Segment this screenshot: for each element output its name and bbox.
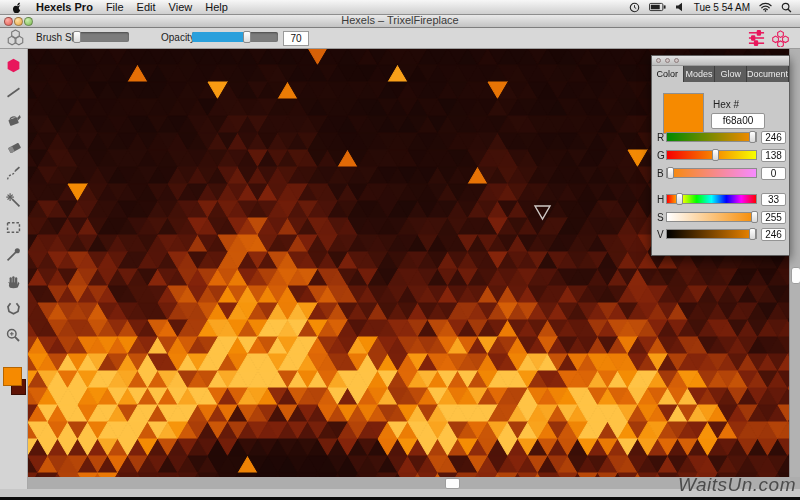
line-tool[interactable] <box>2 79 26 106</box>
fill-bucket-tool[interactable] <box>2 106 26 133</box>
magic-wand-tool[interactable] <box>2 187 26 214</box>
color-swatches <box>0 365 28 405</box>
slider-thumb-s[interactable] <box>751 211 758 223</box>
slider-row-v: V 246 <box>652 228 791 241</box>
color-panel-title-bar[interactable] <box>652 56 789 66</box>
adjustment-sliders-icon[interactable] <box>747 29 766 47</box>
color-panel-window[interactable]: Color Modes Glow Document Hex # f68a00 R… <box>651 55 790 256</box>
window-title-bar[interactable]: Hexels – TrixelFireplace <box>0 14 800 28</box>
slider-value-g[interactable]: 138 <box>761 149 786 162</box>
slider-thumb-g[interactable] <box>712 149 719 161</box>
zoom-tool[interactable] <box>2 322 26 349</box>
menu-edit[interactable]: Edit <box>137 1 156 13</box>
hexel-brush-tool[interactable] <box>2 52 26 79</box>
current-color-swatch[interactable] <box>663 93 704 134</box>
opacity-slider-fill <box>192 32 247 42</box>
slider-track-b[interactable] <box>666 168 757 178</box>
menu-bar: Hexels Pro File Edit View Help Tue 5 54 … <box>0 0 800 15</box>
clock-icon[interactable] <box>629 2 640 13</box>
app-toolbar: Brush Size Opacity 70 <box>0 27 800 49</box>
eyedropper-tool[interactable] <box>2 241 26 268</box>
marquee-select-tool[interactable] <box>2 214 26 241</box>
window-title: Hexels – TrixelFireplace <box>0 14 800 27</box>
slider-row-s: S 255 <box>652 211 791 224</box>
hex-grid-icon[interactable] <box>771 29 790 47</box>
slider-value-h[interactable]: 33 <box>761 193 786 206</box>
opacity-slider[interactable] <box>192 32 278 42</box>
active-app-name[interactable]: Hexels Pro <box>36 1 93 13</box>
pan-hand-tool[interactable] <box>2 268 26 295</box>
opacity-value-field[interactable]: 70 <box>283 31 309 46</box>
hexels-logo-icon <box>5 28 26 48</box>
vertical-scrollbar[interactable] <box>789 48 800 477</box>
slider-thumb-v[interactable] <box>749 228 756 240</box>
menu-clock-text[interactable]: Tue 5 54 AM <box>694 2 750 13</box>
slider-row-b: B 0 <box>652 167 791 180</box>
slider-label-h: H <box>657 194 664 205</box>
opacity-slider-thumb[interactable] <box>243 31 251 43</box>
slider-label-r: R <box>657 132 664 143</box>
window-minimize-button[interactable] <box>14 17 23 26</box>
slider-track-h[interactable] <box>666 194 757 204</box>
panel-close-button[interactable] <box>656 58 661 63</box>
wifi-icon[interactable] <box>759 2 772 12</box>
slider-row-g: G 138 <box>652 149 791 162</box>
panel-minimize-button[interactable] <box>665 58 670 63</box>
vertical-scrollbar-thumb[interactable] <box>791 267 800 284</box>
curve-pen-tool[interactable] <box>2 160 26 187</box>
panel-zoom-button[interactable] <box>674 58 679 63</box>
watermark-text: WaitsUn.com <box>678 474 796 496</box>
brush-size-slider[interactable] <box>72 32 129 42</box>
brush-size-slider-thumb[interactable] <box>73 31 81 43</box>
menu-file[interactable]: File <box>106 1 124 13</box>
slider-value-v[interactable]: 246 <box>761 228 786 241</box>
slider-label-b: B <box>657 168 664 179</box>
slider-thumb-r[interactable] <box>749 131 756 143</box>
slider-track-v[interactable] <box>666 229 757 239</box>
battery-icon[interactable] <box>649 2 666 12</box>
brush-cursor-triangle <box>533 204 552 222</box>
slider-value-s[interactable]: 255 <box>761 211 786 224</box>
slider-track-g[interactable] <box>666 150 757 160</box>
opacity-label: Opacity <box>161 32 195 43</box>
menu-view[interactable]: View <box>169 1 193 13</box>
tab-document[interactable]: Document <box>747 66 789 82</box>
spotlight-search-icon[interactable] <box>781 2 792 13</box>
slider-track-s[interactable] <box>666 212 757 222</box>
volume-icon[interactable] <box>675 2 685 12</box>
window-close-button[interactable] <box>4 17 13 26</box>
slider-thumb-h[interactable] <box>676 193 683 205</box>
slider-row-h: H 33 <box>652 193 791 206</box>
window-zoom-button[interactable] <box>24 17 33 26</box>
tab-modes[interactable]: Modes <box>684 66 716 82</box>
rotate-canvas-tool[interactable] <box>2 295 26 322</box>
tool-sidebar <box>0 48 28 489</box>
slider-value-b[interactable]: 0 <box>761 167 786 180</box>
slider-value-r[interactable]: 246 <box>761 131 786 144</box>
color-panel-tabs: Color Modes Glow Document <box>652 66 789 82</box>
slider-row-r: R 246 <box>652 131 791 144</box>
apple-menu-icon[interactable] <box>12 1 23 13</box>
eraser-tool[interactable] <box>2 133 26 160</box>
slider-track-r[interactable] <box>666 132 757 142</box>
horizontal-scrollbar-thumb[interactable] <box>445 478 460 489</box>
slider-label-s: S <box>657 212 664 223</box>
hex-label: Hex # <box>713 99 739 110</box>
tab-glow[interactable]: Glow <box>715 66 747 82</box>
slider-label-g: G <box>657 150 665 161</box>
hex-value-field[interactable]: f68a00 <box>711 113 765 129</box>
menu-help[interactable]: Help <box>205 1 228 13</box>
tab-color[interactable]: Color <box>652 66 684 82</box>
slider-label-v: V <box>657 229 664 240</box>
foreground-color-swatch[interactable] <box>3 367 22 386</box>
slider-thumb-b[interactable] <box>667 167 674 179</box>
